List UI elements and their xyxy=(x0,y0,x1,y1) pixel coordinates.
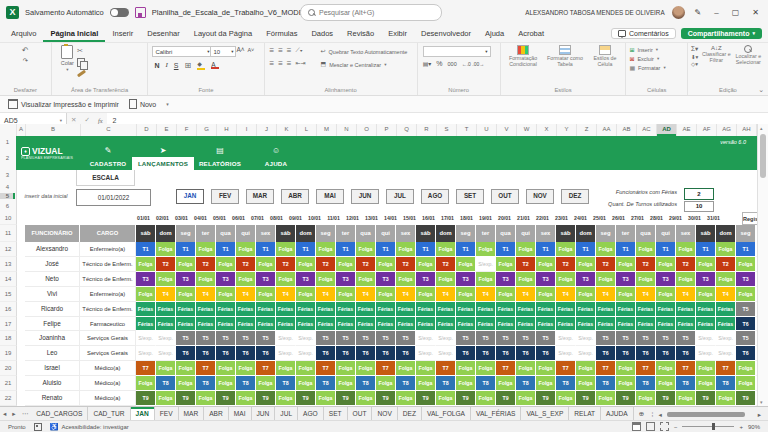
shift-cell[interactable]: T2 xyxy=(196,257,216,272)
shift-cell[interactable]: T3 xyxy=(736,272,756,287)
shift-cell[interactable]: Férias xyxy=(336,302,356,317)
shift-cell[interactable]: Férias xyxy=(576,302,596,317)
row-header-3[interactable]: 3 xyxy=(0,172,15,178)
shift-cell[interactable]: T5 xyxy=(496,331,516,346)
shift-cell[interactable]: T5 xyxy=(256,331,276,346)
shift-cell[interactable]: Folga xyxy=(676,391,696,406)
shift-cell[interactable]: Folga xyxy=(336,287,356,302)
redo-icon[interactable]: ↷ xyxy=(23,56,28,65)
shift-cell[interactable]: Férias xyxy=(696,302,716,317)
ribbon-tab-fórmulas[interactable]: Fórmulas xyxy=(259,25,304,42)
scroll-down-icon[interactable]: ▾ xyxy=(760,399,763,405)
shift-cell[interactable]: Férias xyxy=(616,302,636,317)
column-header-T[interactable]: T xyxy=(457,124,477,136)
shift-cell[interactable]: Folga xyxy=(596,391,616,406)
shift-cell[interactable]: T6 xyxy=(636,346,656,361)
normal-view-icon[interactable] xyxy=(632,422,641,431)
shift-cell[interactable]: T7 xyxy=(496,361,516,376)
banner-menu-relatorios[interactable]: ▤ RELATÓRIOS xyxy=(189,136,251,170)
column-header-I[interactable]: I xyxy=(237,124,257,136)
shift-cell[interactable]: Férias xyxy=(296,302,316,317)
shift-cell[interactable]: T5 xyxy=(376,331,396,346)
shift-cell[interactable]: T1 xyxy=(616,242,636,257)
shift-cell[interactable]: T7 xyxy=(596,361,616,376)
shift-cell[interactable]: Folga xyxy=(376,257,396,272)
column-header-D[interactable]: D xyxy=(137,124,157,136)
employee-name[interactable]: Felipe xyxy=(25,317,80,332)
employee-name[interactable]: Israel xyxy=(25,361,80,376)
shift-cell[interactable]: Folga xyxy=(336,376,356,391)
column-header-AH[interactable]: AH xyxy=(737,124,757,136)
shift-cell[interactable]: Férias xyxy=(516,302,536,317)
shift-cell[interactable]: Folga xyxy=(376,376,396,391)
shift-cell[interactable]: Folga xyxy=(556,242,576,257)
shift-cell[interactable]: Férias xyxy=(316,317,336,332)
shift-cell[interactable]: Folga xyxy=(476,242,496,257)
shift-cell[interactable]: T9 xyxy=(536,391,556,406)
banner-menu-lancamentos[interactable]: ➤ LANÇAMENTOS xyxy=(137,136,189,170)
shift-cell[interactable]: S/exp. xyxy=(276,346,296,361)
shift-cell[interactable]: T1 xyxy=(256,242,276,257)
month-button-jun[interactable]: JUN xyxy=(351,189,379,204)
shift-cell[interactable]: Folga xyxy=(536,376,556,391)
grow-font-icon[interactable]: A˄ xyxy=(236,46,244,53)
shift-cell[interactable]: Férias xyxy=(196,302,216,317)
column-header-L[interactable]: L xyxy=(297,124,317,136)
sheet-tab-dez[interactable]: DEZ xyxy=(398,407,422,421)
shift-cell[interactable]: T3 xyxy=(376,272,396,287)
shift-cell[interactable]: T5 xyxy=(536,331,556,346)
shift-cell[interactable]: Folga xyxy=(276,391,296,406)
shift-cell[interactable]: Férias xyxy=(456,302,476,317)
shift-cell[interactable]: T6 xyxy=(256,346,276,361)
shift-cell[interactable]: Folga xyxy=(676,242,696,257)
shift-cell[interactable]: T4 xyxy=(716,287,736,302)
shift-cell[interactable]: T1 xyxy=(696,242,716,257)
shift-cell[interactable]: Folga xyxy=(196,391,216,406)
row-header-2[interactable]: 2 xyxy=(0,155,15,161)
shift-cell[interactable]: Folga xyxy=(716,242,736,257)
sheet-tab-set[interactable]: SET xyxy=(324,407,348,421)
shift-cell[interactable]: T5 xyxy=(236,331,256,346)
shift-cell[interactable]: T5 xyxy=(516,331,536,346)
shift-cell[interactable]: Férias xyxy=(656,302,676,317)
shift-cell[interactable]: Férias xyxy=(156,317,176,332)
shift-cell[interactable]: Folga xyxy=(196,272,216,287)
hscroll-right-icon[interactable]: ▸ xyxy=(755,408,764,421)
insert-cells-button[interactable]: ⊞Inserir▾ xyxy=(629,46,658,53)
shift-cell[interactable]: Férias xyxy=(256,302,276,317)
shift-cell[interactable]: Folga xyxy=(136,257,156,272)
shift-cell[interactable]: T4 xyxy=(476,287,496,302)
shift-cell[interactable]: T3 xyxy=(216,272,236,287)
merge-center-button[interactable]: ⬒ Mesclar e Centralizar ▾ xyxy=(321,60,387,69)
qat-customize-chevron-icon[interactable]: ▾ xyxy=(166,101,169,107)
shift-cell[interactable]: Férias xyxy=(616,317,636,332)
ribbon-tab-acrobat[interactable]: Acrobat xyxy=(511,25,551,42)
shift-cell[interactable]: Folga xyxy=(216,257,236,272)
shift-cell[interactable]: T6 xyxy=(356,346,376,361)
cancel-entry-icon[interactable]: ✕ xyxy=(67,116,80,124)
shift-cell[interactable]: Folga xyxy=(656,257,676,272)
shift-cell[interactable]: S/exp. xyxy=(556,331,576,346)
shift-cell[interactable]: T6 xyxy=(536,346,556,361)
shift-cell[interactable]: Férias xyxy=(356,302,376,317)
shift-cell[interactable]: T6 xyxy=(596,346,616,361)
shift-cell[interactable]: T1 xyxy=(496,242,516,257)
shift-cell[interactable]: T9 xyxy=(616,391,636,406)
shift-cell[interactable]: Folga xyxy=(156,361,176,376)
shift-cell[interactable]: T3 xyxy=(336,272,356,287)
shift-cell[interactable]: S/exp. xyxy=(716,346,736,361)
column-header-O[interactable]: O xyxy=(357,124,377,136)
shift-cell[interactable]: T6 xyxy=(236,346,256,361)
shift-cell[interactable]: T8 xyxy=(716,376,736,391)
align-center-icon[interactable]: ≡ xyxy=(278,59,283,68)
shift-cell[interactable]: Folga xyxy=(156,242,176,257)
shift-cell[interactable]: Folga xyxy=(436,242,456,257)
ribbon-tab-layout-da-página[interactable]: Layout da Página xyxy=(187,25,259,42)
shift-cell[interactable]: Folga xyxy=(396,272,416,287)
column-header-G[interactable]: G xyxy=(197,124,217,136)
shift-cell[interactable]: Folga xyxy=(576,287,596,302)
shift-cell[interactable]: Férias xyxy=(396,317,416,332)
column-header-P[interactable]: P xyxy=(377,124,397,136)
shift-cell[interactable]: Folga xyxy=(736,257,756,272)
find-select-button[interactable]: Localizar e Selecionar xyxy=(734,45,762,66)
